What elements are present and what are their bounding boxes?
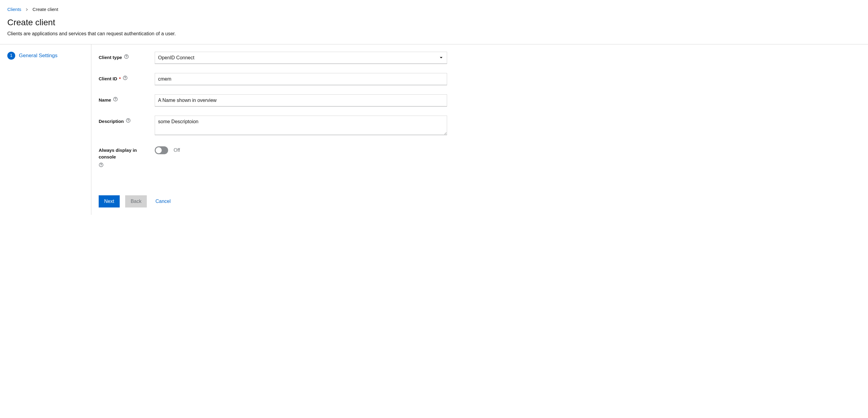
field-client-type: Client type OpenID Connect: [99, 52, 861, 64]
page-title: Create client: [7, 16, 861, 29]
cancel-button[interactable]: Cancel: [152, 195, 174, 207]
help-icon[interactable]: [99, 163, 103, 169]
help-icon[interactable]: [113, 97, 118, 104]
wizard-step-label: General Settings: [19, 52, 58, 60]
help-icon[interactable]: [124, 54, 129, 61]
label-description: Description: [99, 118, 124, 125]
wizard: 1 General Settings Client type OpenID Co…: [0, 44, 868, 215]
client-id-input[interactable]: [155, 73, 447, 85]
field-always-display: Always display in console Off: [99, 146, 861, 169]
wizard-footer: Next Back Cancel: [99, 195, 861, 207]
name-input[interactable]: [155, 94, 447, 106]
field-name: Name: [99, 94, 861, 106]
page-description: Clients are applications and services th…: [7, 30, 861, 37]
field-client-id: Client ID *: [99, 73, 861, 85]
back-button[interactable]: Back: [125, 195, 147, 207]
chevron-right-icon: [26, 8, 28, 11]
wizard-body: Client type OpenID Connect: [91, 44, 868, 215]
required-marker: *: [119, 75, 121, 82]
form-area: Client type OpenID Connect: [99, 52, 861, 188]
client-type-select[interactable]: OpenID Connect: [155, 52, 447, 64]
label-client-id: Client ID: [99, 75, 117, 82]
breadcrumb: Clients Create client: [7, 6, 861, 13]
breadcrumb-link-clients[interactable]: Clients: [7, 6, 21, 13]
help-icon[interactable]: [123, 75, 128, 82]
wizard-step-general-settings[interactable]: 1 General Settings: [7, 52, 84, 60]
help-icon[interactable]: [126, 118, 131, 125]
page-header: Clients Create client Create client Clie…: [0, 0, 868, 44]
next-button[interactable]: Next: [99, 195, 120, 207]
always-display-toggle[interactable]: [155, 146, 168, 154]
wizard-nav: 1 General Settings: [0, 44, 91, 215]
description-textarea[interactable]: [155, 115, 447, 135]
toggle-knob: [156, 147, 162, 153]
field-description: Description: [99, 115, 861, 137]
always-display-state: Off: [174, 147, 180, 154]
label-always-display: Always display in console: [99, 147, 155, 161]
breadcrumb-current: Create client: [33, 6, 58, 13]
label-client-type: Client type: [99, 54, 122, 61]
label-name: Name: [99, 97, 111, 104]
wizard-step-index: 1: [7, 52, 15, 60]
